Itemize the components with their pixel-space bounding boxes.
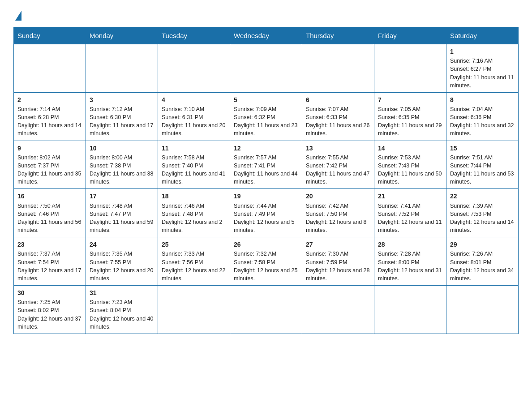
- day-number: 25: [162, 240, 226, 249]
- daylight-text: Daylight: 12 hours and 11 minutes.: [378, 219, 442, 233]
- sunrise-text: Sunrise: 7:57 AM: [234, 154, 276, 161]
- calendar-cell: 29Sunrise: 7:26 AMSunset: 8:01 PMDayligh…: [446, 237, 519, 286]
- day-number: 23: [17, 240, 82, 249]
- sunset-text: Sunset: 7:41 PM: [234, 163, 275, 169]
- sunrise-text: Sunrise: 7:48 AM: [90, 203, 132, 209]
- sunrise-text: Sunrise: 7:25 AM: [17, 299, 60, 305]
- sunset-text: Sunset: 8:00 PM: [378, 259, 419, 265]
- daylight-text: Daylight: 11 hours and 50 minutes.: [378, 171, 442, 185]
- sunset-text: Sunset: 7:49 PM: [234, 211, 275, 217]
- sunset-text: Sunset: 7:40 PM: [162, 163, 203, 169]
- day-number: 17: [90, 192, 154, 201]
- calendar-week-5: 23Sunrise: 7:37 AMSunset: 7:54 PMDayligh…: [14, 237, 519, 286]
- daylight-text: Daylight: 11 hours and 35 minutes.: [17, 171, 81, 185]
- page-header: [13, 9, 519, 20]
- calendar-cell: 5Sunrise: 7:09 AMSunset: 6:32 PMDaylight…: [230, 92, 302, 141]
- day-number: 1: [450, 47, 515, 56]
- sunset-text: Sunset: 7:38 PM: [90, 163, 131, 169]
- sunset-text: Sunset: 8:02 PM: [17, 307, 59, 313]
- calendar-cell: 18Sunrise: 7:46 AMSunset: 7:48 PMDayligh…: [158, 189, 230, 237]
- calendar-cell: 26Sunrise: 7:32 AMSunset: 7:58 PMDayligh…: [230, 237, 302, 286]
- calendar-cell: 3Sunrise: 7:12 AMSunset: 6:30 PMDaylight…: [86, 92, 158, 141]
- daylight-text: Daylight: 11 hours and 38 minutes.: [90, 171, 153, 185]
- sunrise-text: Sunrise: 7:33 AM: [162, 251, 204, 257]
- calendar-cell: [446, 285, 519, 334]
- day-number: 8: [450, 95, 515, 104]
- calendar-cell: 1Sunrise: 7:16 AMSunset: 6:27 PMDaylight…: [446, 44, 519, 93]
- sunset-text: Sunset: 6:35 PM: [378, 114, 419, 120]
- calendar-cell: 27Sunrise: 7:30 AMSunset: 7:59 PMDayligh…: [302, 237, 374, 286]
- day-number: 18: [162, 192, 226, 201]
- sunrise-text: Sunrise: 7:50 AM: [17, 203, 60, 209]
- sunset-text: Sunset: 7:37 PM: [17, 163, 59, 169]
- calendar-cell: 4Sunrise: 7:10 AMSunset: 6:31 PMDaylight…: [158, 92, 230, 141]
- day-number: 26: [234, 240, 298, 249]
- day-number: 29: [450, 240, 515, 249]
- sunset-text: Sunset: 7:47 PM: [90, 211, 131, 217]
- weekday-header-saturday: Saturday: [446, 27, 519, 44]
- sunrise-text: Sunrise: 7:09 AM: [234, 106, 276, 112]
- weekday-header-tuesday: Tuesday: [158, 27, 230, 44]
- sunrise-text: Sunrise: 8:02 AM: [17, 154, 60, 161]
- sunrise-text: Sunrise: 7:23 AM: [90, 299, 132, 305]
- day-number: 30: [17, 288, 82, 297]
- daylight-text: Daylight: 11 hours and 11 minutes.: [450, 74, 514, 89]
- daylight-text: Daylight: 11 hours and 41 minutes.: [162, 171, 225, 185]
- day-number: 16: [17, 192, 82, 201]
- calendar-cell: 22Sunrise: 7:39 AMSunset: 7:53 PMDayligh…: [446, 189, 519, 237]
- sunset-text: Sunset: 7:44 PM: [450, 163, 491, 169]
- daylight-text: Daylight: 11 hours and 53 minutes.: [450, 171, 514, 185]
- day-number: 11: [162, 144, 226, 153]
- sunset-text: Sunset: 7:43 PM: [378, 163, 419, 169]
- daylight-text: Daylight: 12 hours and 14 minutes.: [450, 219, 514, 233]
- day-number: 22: [450, 192, 515, 201]
- daylight-text: Daylight: 11 hours and 20 minutes.: [162, 122, 225, 137]
- daylight-text: Daylight: 12 hours and 40 minutes.: [90, 316, 153, 330]
- weekday-header-wednesday: Wednesday: [230, 27, 302, 44]
- calendar-cell: 21Sunrise: 7:41 AMSunset: 7:52 PMDayligh…: [374, 189, 446, 237]
- daylight-text: Daylight: 11 hours and 14 minutes.: [17, 122, 81, 137]
- sunrise-text: Sunrise: 7:53 AM: [378, 154, 420, 161]
- sunset-text: Sunset: 7:46 PM: [17, 211, 59, 217]
- daylight-text: Daylight: 12 hours and 31 minutes.: [378, 267, 442, 282]
- daylight-text: Daylight: 12 hours and 5 minutes.: [234, 219, 295, 233]
- logo: [13, 11, 21, 20]
- calendar-cell: [158, 44, 230, 93]
- day-number: 28: [378, 240, 442, 249]
- day-number: 20: [306, 192, 370, 201]
- sunset-text: Sunset: 7:59 PM: [306, 259, 347, 265]
- sunset-text: Sunset: 6:33 PM: [306, 114, 347, 120]
- sunrise-text: Sunrise: 8:00 AM: [90, 154, 132, 161]
- sunset-text: Sunset: 7:56 PM: [162, 259, 203, 265]
- daylight-text: Daylight: 11 hours and 44 minutes.: [234, 171, 297, 185]
- sunrise-text: Sunrise: 7:05 AM: [378, 106, 420, 112]
- sunrise-text: Sunrise: 7:46 AM: [162, 203, 204, 209]
- calendar-cell: 13Sunrise: 7:55 AMSunset: 7:42 PMDayligh…: [302, 141, 374, 189]
- sunset-text: Sunset: 6:27 PM: [450, 66, 491, 72]
- calendar-cell: 17Sunrise: 7:48 AMSunset: 7:47 PMDayligh…: [86, 189, 158, 237]
- sunrise-text: Sunrise: 7:10 AM: [162, 106, 204, 112]
- daylight-text: Daylight: 11 hours and 32 minutes.: [450, 122, 514, 137]
- calendar-cell: [374, 44, 446, 93]
- calendar-cell: 11Sunrise: 7:58 AMSunset: 7:40 PMDayligh…: [158, 141, 230, 189]
- sunrise-text: Sunrise: 7:30 AM: [306, 251, 348, 257]
- sunset-text: Sunset: 7:53 PM: [450, 211, 491, 217]
- calendar-cell: 23Sunrise: 7:37 AMSunset: 7:54 PMDayligh…: [14, 237, 86, 286]
- daylight-text: Daylight: 11 hours and 26 minutes.: [306, 122, 369, 137]
- sunrise-text: Sunrise: 7:07 AM: [306, 106, 348, 112]
- sunset-text: Sunset: 8:01 PM: [450, 259, 491, 265]
- daylight-text: Daylight: 11 hours and 59 minutes.: [90, 219, 153, 233]
- daylight-text: Daylight: 12 hours and 25 minutes.: [234, 267, 297, 282]
- daylight-text: Daylight: 12 hours and 37 minutes.: [17, 316, 81, 330]
- sunset-text: Sunset: 6:28 PM: [17, 114, 59, 120]
- calendar-header-row: SundayMondayTuesdayWednesdayThursdayFrid…: [14, 27, 519, 44]
- day-number: 15: [450, 144, 515, 153]
- calendar-cell: [158, 285, 230, 334]
- daylight-text: Daylight: 11 hours and 47 minutes.: [306, 171, 369, 185]
- calendar-week-2: 2Sunrise: 7:14 AMSunset: 6:28 PMDaylight…: [14, 92, 519, 141]
- calendar-week-4: 16Sunrise: 7:50 AMSunset: 7:46 PMDayligh…: [14, 189, 519, 237]
- calendar-cell: [230, 285, 302, 334]
- sunrise-text: Sunrise: 7:58 AM: [162, 154, 204, 161]
- calendar-cell: 2Sunrise: 7:14 AMSunset: 6:28 PMDaylight…: [14, 92, 86, 141]
- calendar-cell: 16Sunrise: 7:50 AMSunset: 7:46 PMDayligh…: [14, 189, 86, 237]
